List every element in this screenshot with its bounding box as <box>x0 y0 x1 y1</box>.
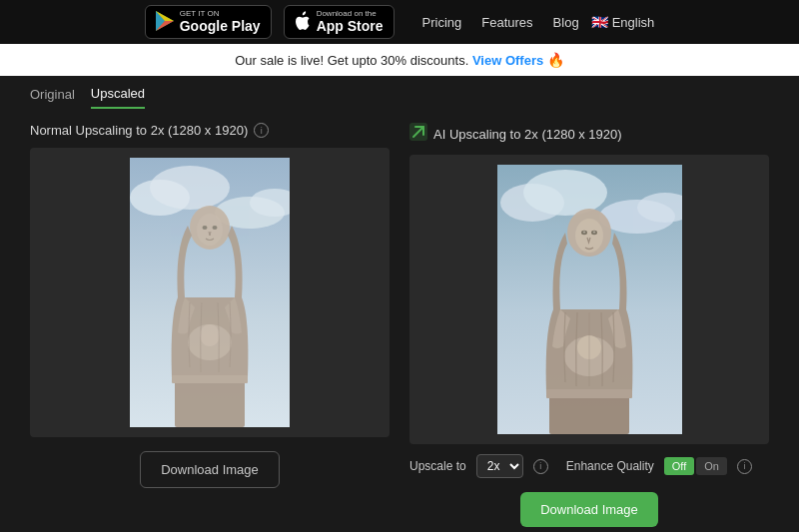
ai-download-row: Download Image <box>409 492 769 527</box>
svg-rect-32 <box>546 389 632 398</box>
svg-point-27 <box>582 232 584 234</box>
view-offers-link[interactable]: View Offers <box>472 53 543 68</box>
tab-original[interactable]: Original <box>30 87 75 108</box>
blog-link[interactable]: Blog <box>553 15 579 30</box>
enhance-off-button[interactable]: Off <box>664 457 694 475</box>
ai-download-button[interactable]: Download Image <box>520 492 658 527</box>
svg-point-6 <box>150 166 230 210</box>
google-play-icon <box>156 11 174 34</box>
ai-upscale-icon <box>409 123 427 145</box>
google-play-button[interactable]: GET IT ON Google Play <box>145 5 272 40</box>
google-play-label: Google Play <box>180 18 261 35</box>
svg-rect-31 <box>549 392 629 434</box>
apple-icon <box>295 11 311 34</box>
tabs-row: Original Upscaled <box>0 76 799 109</box>
google-play-sublabel: GET IT ON <box>180 10 261 18</box>
normal-panel-title: Normal Upscaling to 2x (1280 x 1920) i <box>30 123 390 138</box>
ai-panel-title: AI Upscaling to 2x (1280 x 1920) <box>409 123 769 145</box>
language-label: English <box>612 15 655 30</box>
language-selector[interactable]: 🇬🇧 English <box>591 14 655 30</box>
normal-download-button[interactable]: Download Image <box>140 451 280 488</box>
promo-text: Our sale is live! Get upto 30% discounts… <box>235 53 468 68</box>
svg-point-28 <box>592 232 594 234</box>
normal-download-row: Download Image <box>30 451 390 488</box>
ai-image-container <box>409 155 769 444</box>
normal-image-container <box>30 148 390 437</box>
pricing-link[interactable]: Pricing <box>422 15 462 30</box>
ai-controls-row: Upscale to 2x 4x i Enhance Quality Off O… <box>409 454 769 478</box>
svg-point-24 <box>575 219 603 253</box>
upscale-select[interactable]: 2x 4x <box>476 454 523 478</box>
main-content: Normal Upscaling to 2x (1280 x 1920) i <box>0 109 799 532</box>
app-store-label: App Store <box>317 18 384 35</box>
svg-rect-15 <box>175 377 245 427</box>
ai-upscaling-panel: AI Upscaling to 2x (1280 x 1920) <box>409 123 769 527</box>
svg-point-20 <box>523 170 607 216</box>
nav-links: Pricing Features Blog <box>422 15 579 30</box>
svg-point-12 <box>213 226 218 230</box>
upscale-to-label: Upscale to <box>409 459 466 473</box>
promo-emoji: 🔥 <box>547 52 564 68</box>
normal-upscaling-panel: Normal Upscaling to 2x (1280 x 1920) i <box>30 123 390 527</box>
ai-statue-image <box>497 165 682 434</box>
svg-point-10 <box>197 214 223 246</box>
svg-point-11 <box>203 226 208 230</box>
tab-upscaled[interactable]: Upscaled <box>91 86 145 109</box>
normal-info-icon[interactable]: i <box>254 123 269 138</box>
upscale-info-icon[interactable]: i <box>533 459 548 474</box>
svg-rect-16 <box>172 375 248 383</box>
app-store-button[interactable]: Download on the App Store <box>284 5 395 40</box>
flag-icon: 🇬🇧 <box>591 14 608 30</box>
ai-title-text: AI Upscaling to 2x (1280 x 1920) <box>433 127 622 142</box>
normal-title-text: Normal Upscaling to 2x (1280 x 1920) <box>30 123 248 138</box>
app-store-sublabel: Download on the <box>317 10 384 18</box>
top-nav: GET IT ON Google Play Download on the Ap… <box>0 0 799 44</box>
svg-point-14 <box>200 324 220 346</box>
features-link[interactable]: Features <box>481 15 532 30</box>
enhance-info-icon[interactable]: i <box>737 459 752 474</box>
enhance-quality-label: Enhance Quality <box>566 459 654 473</box>
enhance-on-button[interactable]: On <box>696 457 727 475</box>
normal-statue-image <box>130 158 290 427</box>
promo-banner: Our sale is live! Get upto 30% discounts… <box>0 44 799 76</box>
enhance-quality-toggle: Off On <box>664 457 727 475</box>
